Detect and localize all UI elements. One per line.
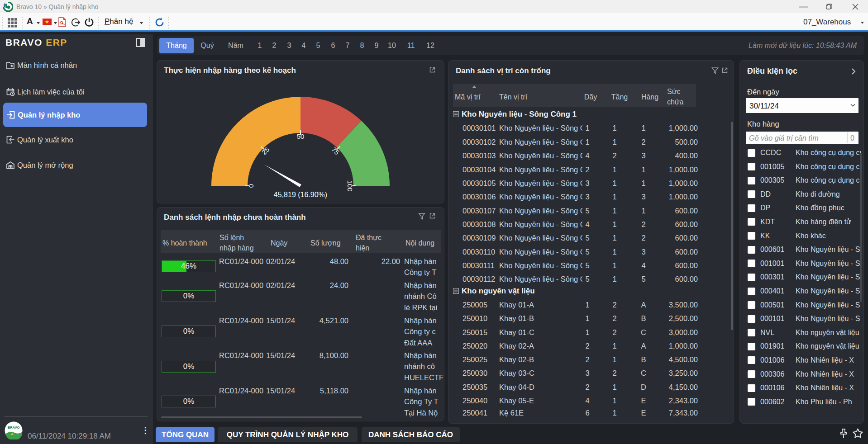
svg-text:BRAVO: BRAVO [8, 425, 20, 430]
svg-text:100: 100 [346, 180, 354, 191]
svg-text:0: 0 [247, 184, 255, 188]
svg-text:50: 50 [297, 132, 305, 140]
svg-text:45,819 (16.90%): 45,819 (16.90%) [274, 191, 327, 198]
